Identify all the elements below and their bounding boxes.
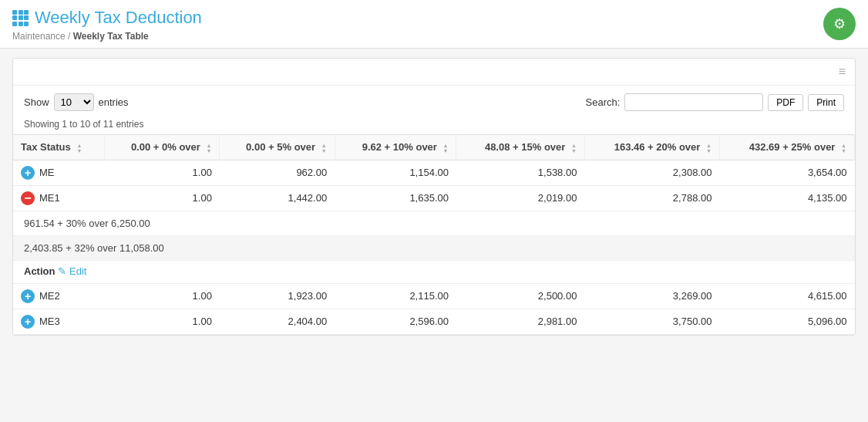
- edit-link[interactable]: ✎Edit: [58, 265, 86, 277]
- tax-table: Tax Status 0.00 + 0% over 0.00 + 5% over…: [13, 134, 855, 335]
- row-value-3: 1,538.00: [456, 160, 584, 185]
- tax-status-cell: +ME: [13, 160, 105, 185]
- sort-icon-20pct: [706, 143, 712, 154]
- breadcrumb: Maintenance / Weekly Tax Table: [12, 31, 202, 42]
- col-15pct[interactable]: 48.08 + 15% over: [456, 135, 584, 160]
- row-value-5: 4,615.00: [719, 283, 854, 309]
- row-value-0: 1.00: [105, 185, 220, 211]
- row-value-3: 2,500.00: [456, 283, 584, 309]
- tax-status-cell: +ME3: [13, 309, 105, 334]
- table-row: +ME21.001,923.002,115.002,500.003,269.00…: [13, 283, 855, 309]
- row-value-2: 1,154.00: [335, 160, 456, 185]
- col-20pct[interactable]: 163.46 + 20% over: [584, 135, 719, 160]
- row-value-2: 1,635.00: [335, 185, 456, 211]
- detail-text: 961.54 + 30% over 6,250.00: [24, 216, 844, 231]
- row-value-0: 1.00: [105, 309, 220, 334]
- tax-status-cell: +ME2: [13, 283, 105, 309]
- sort-icon-5pct: [321, 143, 327, 154]
- row-value-2: 2,115.00: [335, 283, 456, 309]
- header-left: Weekly Tax Deduction Maintenance / Weekl…: [12, 8, 202, 42]
- table-controls: Show 10 25 50 100 entries Search: PDF Pr…: [13, 86, 855, 116]
- edit-label: Edit: [69, 265, 86, 277]
- row-value-4: 2,788.00: [584, 185, 719, 211]
- row-tax-status-label: ME: [39, 167, 55, 178]
- col-10pct[interactable]: 9.62 + 10% over: [335, 135, 456, 160]
- header-bar: Weekly Tax Deduction Maintenance / Weekl…: [0, 0, 868, 49]
- collapse-icon[interactable]: −: [21, 191, 35, 205]
- breadcrumb-separator: /: [68, 31, 73, 42]
- sort-icon-10pct: [443, 143, 449, 154]
- row-value-5: 3,654.00: [719, 160, 854, 185]
- row-tax-status-label: ME2: [39, 290, 60, 302]
- expanded-detail-cell: 2,403.85 + 32% over 11,058.00: [13, 235, 855, 260]
- col-5pct[interactable]: 0.00 + 5% over: [220, 135, 335, 160]
- breadcrumb-parent[interactable]: Maintenance: [12, 31, 66, 42]
- action-cell: Action ✎Edit: [13, 260, 855, 283]
- edit-icon: ✎: [58, 265, 66, 277]
- entries-label: entries: [99, 96, 129, 108]
- entries-select[interactable]: 10 25 50 100: [54, 93, 94, 111]
- gear-icon: ⚙: [833, 15, 846, 32]
- row-value-1: 2,404.00: [220, 309, 335, 334]
- main-card: ≡ Show 10 25 50 100 entries Search: PDF …: [12, 58, 856, 336]
- row-value-4: 2,308.00: [584, 160, 719, 185]
- row-value-0: 1.00: [105, 283, 220, 309]
- row-value-4: 3,269.00: [584, 283, 719, 309]
- row-value-3: 2,981.00: [456, 309, 584, 334]
- col-25pct[interactable]: 432.69 + 25% over: [719, 135, 854, 160]
- row-tax-status-label: ME3: [39, 316, 60, 327]
- page-title: Weekly Tax Deduction: [12, 8, 202, 28]
- table-row: +ME1.00962.001,154.001,538.002,308.003,6…: [13, 160, 855, 185]
- sort-icon-0pct: [206, 143, 211, 154]
- expand-icon[interactable]: +: [21, 166, 35, 180]
- row-tax-status-label: ME1: [39, 192, 60, 204]
- row-value-2: 2,596.00: [335, 309, 456, 334]
- breadcrumb-current: Weekly Tax Table: [73, 31, 149, 42]
- pdf-button[interactable]: PDF: [768, 94, 803, 111]
- expanded-detail-cell: 961.54 + 30% over 6,250.00: [13, 211, 855, 235]
- row-value-5: 4,135.00: [719, 185, 854, 211]
- expanded-detail-row: 961.54 + 30% over 6,250.00: [13, 211, 855, 235]
- tax-status-cell: −ME1: [13, 185, 105, 211]
- row-value-1: 1,442.00: [220, 185, 335, 211]
- row-value-5: 5,096.00: [719, 309, 854, 334]
- row-value-1: 1,923.00: [220, 283, 335, 309]
- expanded-detail-row: 2,403.85 + 32% over 11,058.00: [13, 235, 855, 260]
- col-0pct[interactable]: 0.00 + 0% over: [105, 135, 220, 160]
- row-value-4: 3,750.00: [584, 309, 719, 334]
- sort-icon-15pct: [571, 143, 577, 154]
- hamburger-icon[interactable]: ≡: [839, 65, 846, 79]
- show-entries: Show 10 25 50 100 entries: [24, 93, 129, 111]
- col-tax-status[interactable]: Tax Status: [13, 135, 105, 160]
- table-header-row: Tax Status 0.00 + 0% over 0.00 + 5% over…: [13, 135, 855, 160]
- page-title-text: Weekly Tax Deduction: [35, 8, 202, 28]
- sort-icon-tax-status: [76, 143, 82, 154]
- detail-text: 2,403.85 + 32% over 11,058.00: [24, 241, 844, 255]
- search-input[interactable]: [624, 93, 763, 111]
- show-label: Show: [24, 96, 49, 108]
- action-row: Action ✎Edit: [13, 260, 855, 283]
- sort-icon-25pct: [841, 143, 846, 154]
- search-label: Search:: [586, 96, 621, 108]
- search-area: Search: PDF Print: [586, 93, 845, 111]
- row-value-3: 2,019.00: [456, 185, 584, 211]
- gear-button[interactable]: ⚙: [823, 8, 856, 40]
- grid-icon: [12, 10, 29, 26]
- content-area: ≡ Show 10 25 50 100 entries Search: PDF …: [0, 49, 868, 345]
- expand-icon[interactable]: +: [21, 315, 35, 329]
- print-button[interactable]: Print: [808, 94, 844, 111]
- table-row: +ME31.002,404.002,596.002,981.003,750.00…: [13, 309, 855, 334]
- card-toolbar: ≡: [13, 59, 855, 86]
- row-value-1: 962.00: [220, 160, 335, 185]
- table-row: −ME11.001,442.001,635.002,019.002,788.00…: [13, 185, 855, 211]
- entries-info: Showing 1 to 10 of 11 entries: [13, 116, 855, 134]
- action-label: Action: [24, 265, 55, 277]
- expand-icon[interactable]: +: [21, 289, 35, 303]
- row-value-0: 1.00: [105, 160, 220, 185]
